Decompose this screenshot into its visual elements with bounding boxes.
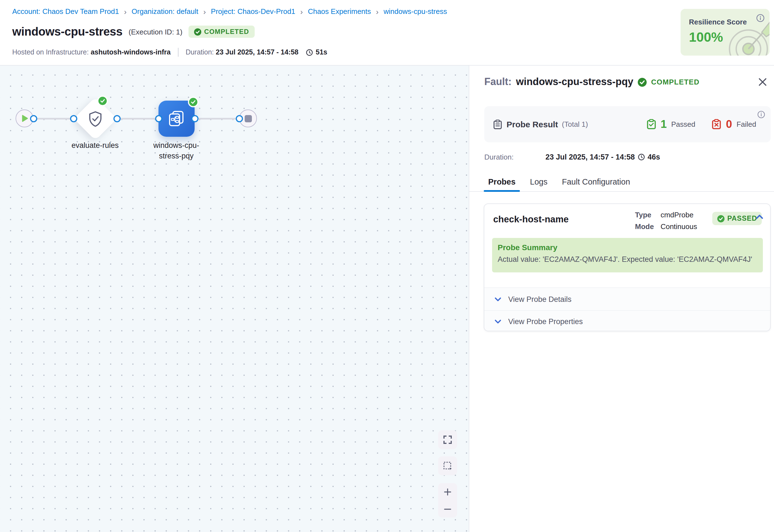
title-row: windows-cpu-stress (Execution ID: 1) COM…: [12, 23, 255, 40]
clipboard-icon: [493, 119, 502, 129]
infra-label: Hosted on Infrastructure:: [12, 48, 89, 56]
probe-summary-text: Actual value: 'EC2AMAZ-QMVAF4J'. Expecte…: [498, 255, 757, 263]
panel-duration-row: Duration: 23 Jul 2025, 14:57 - 14:58 46s: [484, 153, 660, 161]
breadcrumb-separator: ›: [300, 8, 303, 15]
windows-cpu-stress-node[interactable]: [158, 100, 194, 136]
probe-result-card: Probe Result (Total 1) 1 Passed 0 Failed: [484, 106, 771, 142]
clipboard-check-icon: [647, 119, 656, 130]
tab-fault-configuration[interactable]: Fault Configuration: [557, 172, 634, 191]
pipeline-canvas[interactable]: evaluate-rules windows-cpu- stress-pqy: [0, 66, 469, 532]
clock-icon: [637, 153, 645, 161]
probe-links-section: View Probe Details View Probe Properties: [484, 287, 770, 331]
evaluate-rules-label: evaluate-rules: [56, 140, 134, 151]
experiment-icon: [167, 110, 185, 127]
breadcrumb-separator: ›: [203, 8, 206, 15]
fault-detail-panel: Fault: windows-cpu-stress-pqy COMPLETED …: [469, 66, 774, 532]
fault-node-label-line1: windows-cpu-: [137, 140, 215, 151]
page-title: windows-cpu-stress: [12, 25, 123, 38]
info-icon[interactable]: [757, 111, 765, 121]
probe-name: check-host-name: [493, 214, 569, 225]
fault-node-success-badge: [188, 97, 199, 107]
breadcrumb-link-project[interactable]: Project: Chaos-Dev-Prod1: [211, 7, 295, 16]
clock-icon: [306, 49, 313, 56]
port: [30, 115, 37, 122]
breadcrumb-link-account[interactable]: Account: Chaos Dev Team Prod1: [12, 7, 119, 16]
duration-label: Duration:: [186, 48, 214, 56]
probe-type-value: cmdProbe: [661, 211, 697, 219]
fault-node-label-line2: stress-pqy: [137, 151, 215, 161]
passed-label: Passed: [671, 120, 695, 128]
info-icon[interactable]: [756, 14, 765, 24]
view-probe-properties-link[interactable]: View Probe Properties: [484, 310, 770, 332]
duration-value: 23 Jul 2025, 14:57 - 14:58: [216, 48, 298, 56]
edge-start-to-evaluate: [33, 118, 73, 119]
stop-icon: [244, 115, 252, 122]
breadcrumb-link-current[interactable]: windows-cpu-stress: [384, 7, 447, 16]
probe-result-total: (Total 1): [562, 120, 588, 128]
check-circle-icon: [717, 215, 725, 222]
execution-id: (Execution ID: 1): [129, 28, 183, 36]
fault-label: Fault:: [484, 76, 512, 88]
check-circle-icon: [194, 28, 201, 35]
app-root: Account: Chaos Dev Team Prod1 › Organiza…: [0, 0, 774, 532]
passed-count: 1: [661, 118, 667, 131]
probe-detail-card: check-host-name Type cmdProbe Mode Conti…: [484, 203, 771, 331]
clipboard-x-icon: [712, 119, 721, 130]
port: [70, 115, 77, 122]
probe-mode-value: Continuous: [661, 222, 697, 231]
port: [113, 115, 120, 122]
close-icon[interactable]: [758, 77, 767, 87]
panel-duration-label: Duration:: [484, 153, 545, 161]
resilience-score-card: Resilience Score 100%: [681, 9, 770, 56]
infra-value: ashutosh-windows-infra: [91, 48, 171, 56]
view-probe-details-link[interactable]: View Probe Details: [484, 288, 770, 310]
edge-fault-to-end: [195, 118, 239, 119]
probe-mode-label: Mode: [635, 222, 654, 231]
probe-status-label: PASSED: [727, 215, 757, 222]
breadcrumb: Account: Chaos Dev Team Prod1 › Organiza…: [12, 7, 447, 16]
port: [235, 115, 243, 122]
chevron-down-icon: [494, 297, 502, 302]
failed-label: Failed: [736, 120, 756, 128]
status-badge-label: COMPLETED: [204, 28, 249, 36]
probe-summary-box: Probe Summary Actual value: 'EC2AMAZ-QMV…: [492, 238, 763, 272]
evaluate-rules-success-badge: [97, 96, 108, 106]
zoom-controls: [438, 483, 457, 518]
fault-node-label: windows-cpu- stress-pqy: [137, 140, 215, 161]
port: [191, 115, 198, 122]
zoom-out-button[interactable]: [438, 500, 457, 518]
selection-tool-button[interactable]: [438, 456, 457, 475]
tab-probes[interactable]: Probes: [484, 172, 520, 191]
breadcrumb-separator: ›: [376, 8, 378, 15]
fault-name: windows-cpu-stress-pqy: [516, 76, 633, 88]
port: [155, 115, 162, 122]
panel-duration-value: 23 Jul 2025, 14:57 - 14:58: [545, 153, 635, 161]
breadcrumb-link-chaos-experiments[interactable]: Chaos Experiments: [308, 7, 371, 16]
breadcrumb-separator: ›: [124, 8, 126, 15]
meta-row: Hosted on Infrastructure: ashutosh-windo…: [12, 48, 327, 57]
chevron-up-icon[interactable]: [756, 214, 763, 220]
probe-result-stats: 1 Passed 0 Failed: [647, 118, 756, 131]
tab-logs[interactable]: Logs: [525, 172, 552, 191]
panel-tabs: Probes Logs Fault Configuration: [469, 172, 774, 192]
fault-header: Fault: windows-cpu-stress-pqy COMPLETED: [484, 76, 767, 88]
play-icon: [22, 115, 28, 122]
panel-elapsed-value: 46s: [648, 153, 660, 161]
fullscreen-button[interactable]: [438, 430, 457, 449]
zoom-in-button[interactable]: [438, 483, 457, 500]
breadcrumb-link-organization[interactable]: Organization: default: [132, 7, 198, 16]
status-badge: COMPLETED: [188, 26, 254, 38]
shield-check-icon: [88, 110, 102, 127]
view-probe-details-label: View Probe Details: [508, 295, 572, 303]
check-circle-icon: [638, 78, 647, 86]
elapsed-value: 51s: [316, 48, 328, 56]
probe-summary-title: Probe Summary: [498, 243, 757, 252]
probe-result-title: Probe Result: [507, 120, 558, 129]
probe-status-badge: PASSED: [712, 212, 762, 225]
resilience-score-label: Resilience Score: [689, 18, 747, 26]
edge-evaluate-to-fault: [117, 118, 158, 119]
probe-type-label: Type: [635, 211, 654, 219]
chevron-down-icon: [494, 319, 502, 324]
evaluate-rules-node[interactable]: [73, 97, 117, 140]
probe-meta: Type cmdProbe Mode Continuous: [635, 211, 697, 231]
